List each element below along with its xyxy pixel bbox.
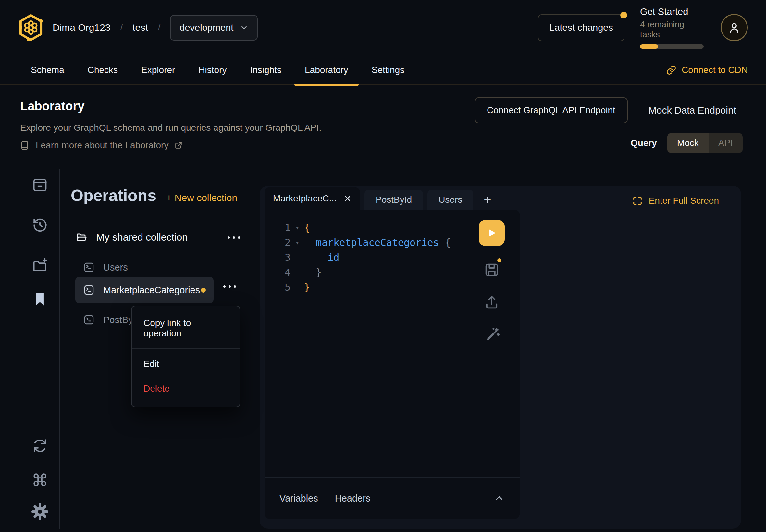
toggle-option-mock[interactable]: Mock — [667, 133, 709, 153]
toggle-option-api[interactable]: API — [709, 133, 743, 153]
editor-tab-marketplace[interactable]: MarketplaceC... — [264, 187, 360, 210]
editor-tab-users[interactable]: Users — [428, 190, 473, 210]
connect-to-cdn-link[interactable]: Connect to CDN — [666, 55, 748, 85]
operations-header: Operations + New collection — [71, 186, 237, 205]
rail-divider — [59, 169, 60, 529]
fold-arrow-icon[interactable]: ▾ — [290, 238, 304, 247]
operation-more-options-icon[interactable] — [223, 285, 236, 288]
breadcrumb-org[interactable]: Dima Org123 — [53, 22, 110, 33]
learn-more-link[interactable]: Learn more about the Laboratory — [19, 140, 183, 151]
latest-changes-label: Latest changes — [549, 22, 613, 33]
variant-dropdown[interactable]: development — [170, 15, 258, 41]
variables-tab[interactable]: Variables — [279, 493, 318, 504]
folder-open-icon — [75, 231, 88, 244]
context-menu-delete[interactable]: Delete — [132, 376, 239, 401]
get-started-title: Get Started — [640, 6, 705, 17]
page-header: Laboratory Explore your GraphQL schema a… — [0, 85, 766, 166]
connect-endpoint-button[interactable]: Connect GraphQL API Endpoint — [475, 97, 628, 123]
context-menu-copy-link[interactable]: Copy link to operation — [132, 311, 239, 346]
sync-icon[interactable] — [31, 437, 48, 454]
collection-row[interactable]: My shared collection — [75, 227, 240, 248]
line-number: 4 — [273, 267, 290, 278]
fullscreen-icon — [632, 195, 643, 206]
query-editor[interactable]: 1 ▾ { 2 ▾ marketplaceCategories { 3 id 4 — [264, 210, 520, 519]
tab-checks[interactable]: Checks — [88, 55, 118, 85]
tab-insights[interactable]: Insights — [250, 55, 281, 85]
main-nav: Schema Checks Explorer History Insights … — [0, 55, 766, 85]
context-menu-divider — [132, 348, 239, 349]
collection-more-options-icon[interactable] — [227, 236, 240, 239]
tab-explorer[interactable]: Explorer — [141, 55, 175, 85]
prettify-wand-icon[interactable] — [483, 326, 500, 343]
tab-settings[interactable]: Settings — [371, 55, 405, 85]
endpoint-actions: Connect GraphQL API Endpoint Mock Data E… — [475, 97, 736, 123]
notification-dot — [620, 12, 627, 18]
top-bar: Dima Org123 / test / development Latest … — [0, 0, 766, 55]
user-avatar[interactable] — [721, 14, 748, 41]
context-menu-edit[interactable]: Edit — [132, 352, 239, 376]
query-mode-row: Query Mock API — [631, 133, 743, 153]
editor-tab-post-by-id[interactable]: PostById — [364, 190, 423, 210]
collection-name: My shared collection — [96, 232, 188, 243]
operation-item-marketplace-categories[interactable]: MarketplaceCategories — [75, 277, 213, 303]
unsaved-changes-dot — [201, 288, 206, 293]
operation-item-label: MarketplaceCategories — [103, 285, 200, 296]
save-button[interactable] — [483, 261, 500, 278]
operations-title: Operations — [71, 186, 156, 205]
line-number: 3 — [273, 252, 290, 263]
book-icon — [19, 140, 30, 151]
close-icon[interactable] — [344, 195, 351, 202]
breadcrumb-separator: / — [158, 22, 161, 33]
query-mode-label: Query — [631, 138, 657, 148]
latest-changes-button[interactable]: Latest changes — [538, 14, 625, 41]
operation-item-label: Users — [103, 262, 128, 273]
line-number: 1 — [273, 222, 290, 233]
tab-schema[interactable]: Schema — [31, 55, 64, 85]
tab-laboratory[interactable]: Laboratory — [305, 55, 348, 85]
breadcrumb: Dima Org123 / test / development — [19, 0, 258, 55]
app-root: Dima Org123 / test / development Latest … — [0, 0, 766, 532]
folder-plus-icon[interactable] — [31, 257, 48, 273]
gear-icon[interactable] — [31, 503, 48, 520]
tab-history[interactable]: History — [198, 55, 226, 85]
apollo-logo-icon — [19, 14, 43, 41]
get-started-widget[interactable]: Get Started 4 remaining tasks — [640, 6, 705, 49]
enter-full-screen-label: Enter Full Screen — [649, 196, 719, 206]
line-number: 5 — [273, 282, 290, 293]
share-upload-button[interactable] — [483, 294, 500, 311]
page-title: Laboratory — [20, 99, 84, 113]
get-started-progress-fill — [640, 44, 658, 49]
headers-tab[interactable]: Headers — [335, 493, 371, 504]
context-menu: Copy link to operation Edit Delete — [131, 306, 240, 407]
collapse-panel-chevron-up-icon[interactable] — [494, 493, 505, 504]
editor-panel: Enter Full Screen MarketplaceC... PostBy… — [260, 186, 741, 529]
breadcrumb-graph[interactable]: test — [132, 22, 148, 33]
editor-actions — [479, 220, 505, 343]
learn-more-label: Learn more about the Laboratory — [36, 140, 168, 151]
operation-icon — [83, 261, 95, 273]
page-description: Explore your GraphQL schema and run quer… — [20, 123, 322, 133]
editor-tab-label: Users — [439, 195, 462, 205]
mock-data-endpoint-button[interactable]: Mock Data Endpoint — [649, 105, 736, 116]
documentation-box-icon[interactable] — [31, 176, 48, 193]
person-icon — [727, 21, 741, 34]
enter-full-screen-button[interactable]: Enter Full Screen — [632, 195, 719, 206]
add-tab-button[interactable]: + — [478, 190, 497, 210]
new-collection-button[interactable]: + New collection — [166, 192, 237, 203]
operation-icon — [83, 284, 95, 296]
get-started-progress — [640, 44, 704, 49]
command-icon[interactable] — [31, 471, 48, 488]
chevron-down-icon — [240, 23, 248, 32]
code-area[interactable]: 1 ▾ { 2 ▾ marketplaceCategories { 3 id 4 — [264, 210, 520, 477]
bookmark-icon[interactable] — [31, 291, 48, 308]
run-query-button[interactable] — [479, 220, 505, 246]
history-icon[interactable] — [31, 217, 48, 234]
editor-tab-label: MarketplaceC... — [273, 193, 336, 204]
link-icon — [666, 65, 676, 75]
fold-arrow-icon[interactable]: ▾ — [290, 224, 304, 232]
variant-dropdown-label: development — [179, 22, 233, 33]
query-mode-toggle: Mock API — [667, 133, 743, 153]
get-started-subtitle: 4 remaining tasks — [640, 19, 705, 40]
nav-tabs: Schema Checks Explorer History Insights … — [31, 55, 405, 85]
operation-item-users[interactable]: Users — [83, 258, 128, 277]
